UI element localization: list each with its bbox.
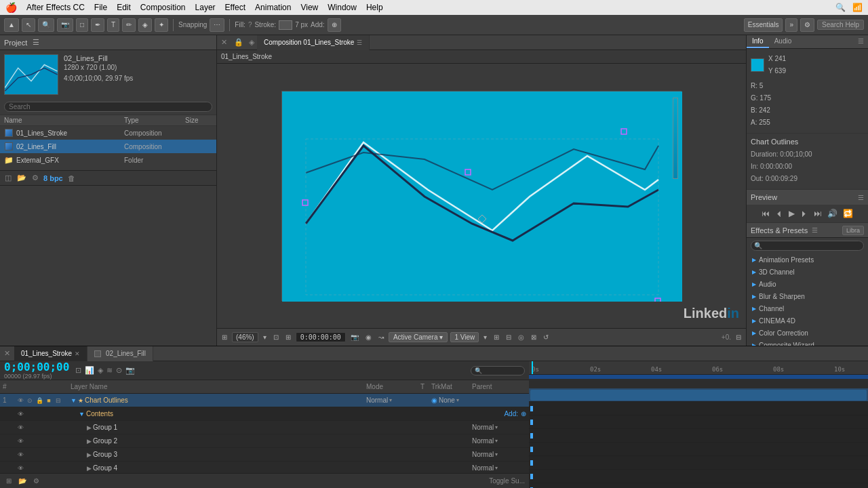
project-item-lines-fill[interactable]: 02_Lines_Fill Composition (0, 140, 216, 153)
prev-audio-btn[interactable]: 🔊 (826, 207, 839, 220)
tl-layer-group1[interactable]: 👁 ▶ Group 1 Normal ▾ (0, 421, 529, 434)
prev-start-btn[interactable]: ⏮ (760, 207, 771, 220)
menu-composition[interactable]: Composition (140, 3, 186, 12)
layer-expand-1[interactable]: ▼ (71, 397, 77, 404)
comp-camera-snap[interactable]: 📷 (349, 333, 361, 342)
ep-item-channel[interactable]: ▶ Channel (747, 302, 868, 314)
tl-layer-chart-outlines[interactable]: 1 👁 ⊙ 🔒 ■ ⊟ ▼ ★ Chart Outlines Normal ▾ (0, 394, 529, 407)
brush-tool[interactable]: ✏ (122, 18, 136, 32)
effects-menu-icon[interactable]: ☰ (812, 226, 818, 234)
menu-file[interactable]: File (94, 3, 107, 12)
tl-track-g1[interactable] (529, 415, 868, 429)
prev-play-btn[interactable]: ▶ (787, 207, 796, 220)
prev-forward-btn[interactable]: ⏵ (799, 207, 810, 220)
folder-icon-btn[interactable]: 📂 (16, 173, 27, 183)
trash-icon[interactable]: 🗑 (67, 174, 76, 183)
comp-ovly-btn[interactable]: ◎ (516, 333, 526, 342)
comp-render-btn[interactable]: ⊟ (734, 333, 743, 342)
layer-eye-contents[interactable]: 👁 (16, 410, 24, 418)
tl-playhead[interactable] (532, 361, 533, 374)
ep-item-cinema4d[interactable]: ▶ CINEMA 4D (747, 314, 868, 327)
menu-window[interactable]: Window (328, 3, 357, 12)
tl-graph-icon[interactable]: 📊 (84, 365, 95, 375)
layer-eye-g1[interactable]: 👁 (16, 424, 24, 432)
layer-mode-dropdown-g3[interactable]: ▾ (495, 451, 498, 458)
tl-solo-icon[interactable]: ⊙ (115, 365, 123, 375)
tl-camera-icon[interactable]: 📷 (125, 365, 136, 375)
tl-track-g2[interactable] (529, 429, 868, 443)
layer-eye-g2[interactable]: 👁 (16, 437, 24, 445)
g3-expand[interactable]: ▶ (87, 451, 92, 458)
comp-tab-active[interactable]: Composition 01_Lines_Stroke ☰ (257, 35, 370, 50)
audio-tab[interactable]: Audio (769, 35, 797, 48)
comp-grid-btn[interactable]: ⊞ (220, 333, 229, 342)
tl-tab-close-1[interactable]: ✕ (75, 350, 80, 357)
tl-settings-btn[interactable]: ⚙ (31, 476, 41, 485)
rect-tool[interactable]: □ (76, 18, 88, 32)
text-tool[interactable]: T (107, 18, 119, 32)
project-item-lines-stroke[interactable]: 01_Lines_Stroke Composition (0, 126, 216, 140)
g1-expand[interactable]: ▶ (87, 424, 92, 431)
g2-expand[interactable]: ▶ (87, 438, 92, 445)
comp-preview-btn[interactable]: ◉ (363, 333, 374, 342)
layer-color-icon-1[interactable]: ■ (45, 396, 53, 405)
trkmat-dropdown-1[interactable]: ▾ (456, 397, 459, 403)
comp-layout-btn[interactable]: ⊠ (529, 333, 538, 342)
comp-canvas-area[interactable]: Linkedin (217, 64, 746, 328)
prev-back-btn[interactable]: ⏴ (774, 207, 785, 220)
tl-track-g4[interactable] (529, 456, 868, 470)
new-comp-icon[interactable]: ◫ (4, 173, 12, 183)
tl-comp-btn[interactable]: 📂 (16, 476, 28, 485)
menu-view[interactable]: View (300, 3, 318, 12)
tl-tab-lines-stroke[interactable]: 01_Lines_Stroke ✕ (14, 346, 87, 361)
view-selector[interactable]: 1 View (450, 332, 479, 342)
ep-item-animation[interactable]: ▶ Animation Presets (747, 253, 868, 266)
ep-item-blur[interactable]: ▶ Blur & Sharpen (747, 290, 868, 302)
select-tool[interactable]: ↖ (22, 18, 35, 32)
tl-search-input[interactable] (471, 366, 525, 375)
tl-mask-icon[interactable]: ◈ (97, 365, 104, 375)
settings-btn[interactable]: ⚙ (800, 18, 814, 32)
tl-layer-group4[interactable]: 👁 ▶ Group 4 Normal ▾ (0, 462, 529, 473)
comp-pixel-btn[interactable]: ⊞ (283, 333, 293, 342)
g4-expand[interactable]: ▶ (87, 465, 92, 472)
project-item-external-gfx[interactable]: 📁 External_GFX Folder (0, 153, 216, 167)
workspace-btn[interactable]: » (785, 18, 797, 32)
pen-tool[interactable]: ✒ (91, 18, 104, 32)
tl-track-g6[interactable] (529, 483, 868, 488)
essentials-btn[interactable]: Essentials (744, 18, 783, 32)
layer-solo-icon-1[interactable]: ⊙ (26, 396, 34, 405)
project-menu-icon[interactable]: ☰ (33, 38, 39, 47)
tl-motion-icon[interactable]: ≋ (106, 365, 113, 375)
project-search-input[interactable] (4, 102, 212, 112)
layer-mode-dropdown-g2[interactable]: ▾ (495, 438, 498, 444)
settings-small-icon[interactable]: ⚙ (31, 173, 39, 183)
active-camera-dropdown[interactable]: Active Camera ▾ (389, 332, 448, 342)
snapping-toggle[interactable]: ⋯ (210, 18, 224, 32)
menu-edit[interactable]: Edit (117, 3, 131, 12)
comp-tab-menu[interactable]: ☰ (357, 39, 362, 46)
menu-layer[interactable]: Layer (195, 3, 216, 12)
tl-new-layer-btn[interactable]: ⊞ (4, 476, 14, 485)
puppet-tool[interactable]: ✦ (155, 18, 168, 32)
tl-layer-group3[interactable]: 👁 ▶ Group 3 Normal ▾ (0, 448, 529, 462)
menu-effect[interactable]: Effect (225, 3, 245, 12)
prev-loop-btn[interactable]: 🔁 (842, 207, 854, 220)
comp-guides-btn[interactable]: ⊟ (504, 333, 513, 342)
view-dropdown-btn[interactable]: ▾ (481, 333, 489, 342)
ep-item-3dchannel[interactable]: ▶ 3D Channel (747, 266, 868, 278)
comp-viewer-close[interactable]: ✕ (217, 38, 231, 47)
ep-item-audio[interactable]: ▶ Audio (747, 278, 868, 290)
tl-tab-lines-fill[interactable]: 02_Lines_Fill (87, 346, 153, 361)
comp-reset-btn[interactable]: ↺ (541, 333, 551, 342)
tl-magnet-icon[interactable]: ⊡ (75, 365, 82, 375)
contents-expand[interactable]: ▼ (79, 411, 85, 418)
layer-eye-g4[interactable]: 👁 (16, 464, 24, 472)
comp-flow-btn[interactable]: ↝ (376, 333, 386, 342)
tl-layer-group2[interactable]: 👁 ▶ Group 2 Normal ▾ (0, 434, 529, 448)
stroke-color-swatch[interactable] (279, 20, 292, 30)
info-menu-icon[interactable]: ☰ (854, 35, 868, 48)
ep-item-composite[interactable]: ▶ Composite Wizard (747, 339, 868, 346)
menu-animation[interactable]: Animation (255, 3, 291, 12)
stamp-tool[interactable]: ◈ (138, 18, 152, 32)
